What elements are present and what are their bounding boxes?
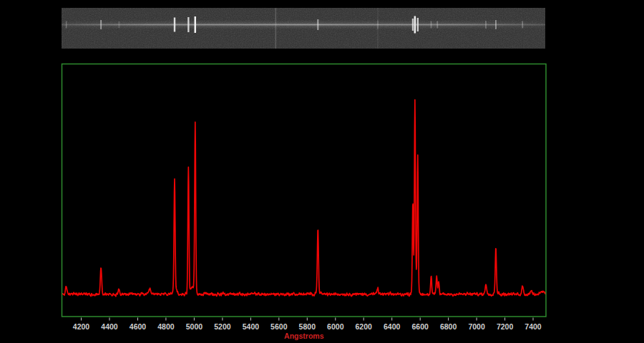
x-axis-tick-label: 6600: [412, 322, 429, 331]
x-axis-title: Angstroms: [284, 332, 324, 340]
x-axis-tick-label: 4200: [73, 322, 90, 331]
x-axis-tick-label: 6800: [440, 322, 457, 331]
x-axis-tick-label: 5200: [214, 322, 231, 331]
x-axis-tick-label: 5800: [299, 322, 316, 331]
x-axis-tick-label: 7400: [525, 322, 542, 331]
x-axis-tick-label: 4800: [157, 322, 175, 331]
x-axis-tick-label: 6400: [384, 322, 401, 331]
spectrum-plot: 4200440046004800500052005400560058006000…: [62, 64, 547, 341]
plot-canvas[interactable]: [62, 64, 547, 317]
x-axis-tick-label: 5400: [243, 322, 260, 331]
x-axis-tick-label: 5000: [186, 322, 203, 331]
spectroscopy-view: 4200440046004800500052005400560058006000…: [0, 0, 644, 343]
x-axis-tick-label: 5600: [270, 322, 288, 331]
x-axis-tick-label: 7000: [468, 322, 485, 331]
x-axis-tick-label: 4600: [130, 322, 147, 331]
strip-noise-texture: [62, 8, 545, 49]
x-axis-tick-label: 6200: [356, 322, 373, 331]
spectrum-strip-image[interactable]: [62, 8, 545, 49]
x-axis-tick-label: 4400: [101, 322, 118, 331]
x-axis-tick-label: 7200: [497, 322, 514, 331]
x-axis-tick-label: 6000: [327, 322, 344, 331]
x-axis: 4200440046004800500052005400560058006000…: [73, 318, 542, 331]
